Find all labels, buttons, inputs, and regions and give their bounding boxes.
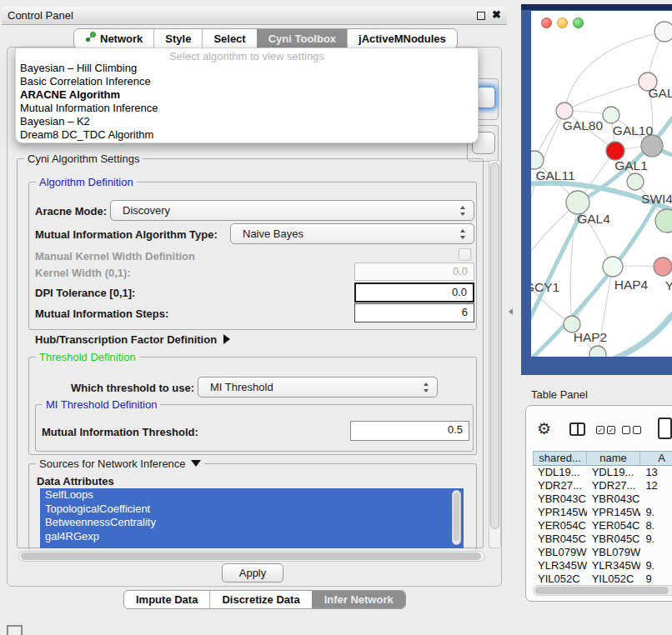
- table-cell: 9.: [640, 532, 672, 546]
- aracne-mode-label: Aracne Mode:: [35, 205, 107, 218]
- table-cell: YIL052C: [587, 572, 641, 586]
- tab-infer-network[interactable]: Infer Network: [312, 591, 405, 608]
- attribute-item[interactable]: SelfLoops: [40, 488, 464, 502]
- table-cell: YDR27...: [533, 479, 587, 492]
- tab-discretize-data[interactable]: Discretize Data: [209, 591, 311, 608]
- document-icon[interactable]: [658, 418, 672, 439]
- settings-vertical-scrollbar[interactable]: [489, 160, 501, 548]
- algorithm-option[interactable]: Bayesian – Hill Climbing: [16, 62, 478, 75]
- split-pane-handle-icon[interactable]: [509, 308, 513, 315]
- which-threshold-combobox[interactable]: MI Threshold: [198, 377, 438, 398]
- float-window-icon[interactable]: [477, 12, 485, 20]
- scrollbar-thumb[interactable]: [21, 552, 481, 560]
- columns-icon[interactable]: [569, 422, 585, 436]
- algorithm-option[interactable]: Mutual Information Inference: [16, 102, 478, 115]
- mi-type-label: Mutual Information Algorithm Type:: [35, 228, 218, 241]
- attribute-item[interactable]: TopologicalCoefficient: [40, 502, 464, 517]
- tab-label: Network: [100, 29, 143, 48]
- aracne-mode-combobox[interactable]: Discovery: [110, 200, 474, 221]
- mi-steps-field[interactable]: 6: [354, 303, 474, 322]
- attributes-scrollbar[interactable]: [452, 490, 461, 545]
- column-header[interactable]: A: [640, 452, 672, 465]
- unchecked-pair-icon[interactable]: [622, 426, 630, 434]
- unchecked-pair-icon[interactable]: [633, 426, 641, 434]
- sources-title-toggle[interactable]: Sources for Network Inference: [36, 458, 204, 470]
- mi-threshold-label: Mutual Information Threshold:: [42, 426, 198, 438]
- hub-section-toggle[interactable]: Hub/Transcription Factor Definition: [35, 333, 230, 346]
- which-threshold-value: MI Threshold: [210, 381, 273, 393]
- table-row[interactable]: YBL079WYBL079W: [533, 546, 672, 559]
- combo-arrows-icon: [459, 205, 466, 217]
- table-cell: YLR345W: [533, 559, 587, 572]
- table-cell: 12: [640, 479, 672, 492]
- checked-pair-icon[interactable]: ✓: [607, 426, 615, 434]
- manual-kernel-checkbox[interactable]: [459, 248, 471, 261]
- collapsed-panel-icon[interactable]: [7, 625, 23, 635]
- table-cell: YPR145W: [587, 506, 641, 519]
- mi-steps-label: Mutual Information Steps:: [35, 308, 168, 320]
- table-row[interactable]: YBR043CYBR043C: [533, 492, 672, 506]
- table-row[interactable]: YPR145WYPR145W9.: [533, 506, 672, 519]
- tab-style[interactable]: Style: [153, 29, 202, 48]
- table-row[interactable]: YER054CYER054C8.: [533, 519, 672, 532]
- tab-cyni-toolbox[interactable]: Cyni Toolbox: [257, 29, 347, 48]
- column-header[interactable]: name: [587, 452, 640, 465]
- algorithm-option[interactable]: Basic Correlation Inference: [16, 75, 478, 88]
- attribute-item[interactable]: BetweennessCentrality: [40, 516, 464, 530]
- settings-horizontal-scrollbar[interactable]: [18, 551, 485, 562]
- algorithm-combobox[interactable]: [476, 86, 496, 109]
- algorithm-option[interactable]: Dream8 DC_TDC Algorithm: [16, 128, 478, 142]
- algorithm-option[interactable]: Bayesian – K2: [16, 115, 478, 128]
- group-title: MI Threshold Definition: [43, 398, 160, 411]
- mi-type-combobox[interactable]: Naive Bayes: [230, 223, 474, 244]
- table-header-row: shared...nameA: [533, 451, 672, 466]
- collapse-arrow-icon: [191, 460, 201, 467]
- data-attributes-list[interactable]: SelfLoopsTopologicalCoefficientBetweenne…: [40, 488, 464, 548]
- tab-select[interactable]: Select: [202, 29, 256, 48]
- table-row[interactable]: YBR045CYBR045C9.: [533, 532, 672, 546]
- table-cell: YDL19...: [587, 466, 641, 479]
- column-header[interactable]: shared...: [534, 452, 587, 465]
- dpi-tolerance-field[interactable]: 0.0: [354, 282, 474, 302]
- kernel-width-field[interactable]: 0.0: [354, 262, 474, 281]
- table-cell: YBR043C: [533, 492, 587, 506]
- table-horizontal-scrollbar[interactable]: [533, 585, 672, 596]
- window-frame-top: [521, 4, 672, 10]
- network-canvas[interactable]: GALGAL80GAL10GAL1GAL11SWI4GAL4GCY1HAP4YH…: [531, 11, 672, 357]
- algorithm-option[interactable]: ARACNE Algorithm: [16, 88, 478, 102]
- gear-icon[interactable]: ⚙: [537, 419, 551, 438]
- control-panel-tabs: NetworkStyleSelectCyni ToolboxjActiveMNo…: [73, 28, 458, 49]
- scrollbar-thumb[interactable]: [454, 492, 459, 541]
- tab-label: Select: [213, 29, 245, 48]
- zoom-traffic-light-icon[interactable]: [573, 18, 584, 28]
- table-panel: ⚙ ✓ ✓ shared...nameA YDL19...YDL19...13Y…: [525, 405, 672, 602]
- control-panel: Control Panel ✖ NetworkStyleSelectCyni T…: [2, 7, 507, 614]
- data-attributes-label: Data Attributes: [37, 475, 114, 488]
- scrollbar-thumb[interactable]: [535, 587, 669, 594]
- apply-button[interactable]: Apply: [222, 563, 283, 582]
- scrollbar-thumb[interactable]: [490, 162, 499, 529]
- tab-network[interactable]: Network: [74, 29, 153, 48]
- table-row[interactable]: YLR345WYLR345W9.: [533, 559, 672, 572]
- table-row[interactable]: YDR27...YDR27...12: [533, 479, 672, 492]
- hub-section-label: Hub/Transcription Factor Definition: [35, 333, 217, 346]
- close-traffic-light-icon[interactable]: [541, 18, 552, 28]
- checked-pair-icon[interactable]: ✓: [596, 426, 604, 434]
- tab-impute-data[interactable]: Impute Data: [124, 591, 209, 608]
- close-icon[interactable]: ✖: [492, 8, 501, 21]
- svg-text:GAL11: GAL11: [535, 168, 574, 182]
- minimize-traffic-light-icon[interactable]: [557, 18, 568, 28]
- table-cell: 13: [640, 466, 672, 479]
- svg-text:GAL4: GAL4: [577, 212, 610, 226]
- table-body: YDL19...YDL19...13YDR27...YDR27...12YBR0…: [533, 466, 672, 586]
- table-cell: YBR043C: [587, 492, 641, 506]
- mi-threshold-field[interactable]: 0.5: [350, 421, 469, 441]
- svg-text:HAP4: HAP4: [614, 278, 649, 292]
- table-row[interactable]: YIL052CYIL052C9: [533, 572, 672, 586]
- table-cell: YLR345W: [587, 559, 641, 572]
- attribute-item[interactable]: gal4RGexp: [40, 530, 464, 544]
- node-attribute-table[interactable]: shared...nameA YDL19...YDL19...13YDR27..…: [533, 451, 672, 586]
- table-row[interactable]: YDL19...YDL19...13: [533, 466, 672, 479]
- tab-jactivemnodules[interactable]: jActiveMNodules: [347, 29, 457, 48]
- table-cell: YBR045C: [533, 532, 587, 546]
